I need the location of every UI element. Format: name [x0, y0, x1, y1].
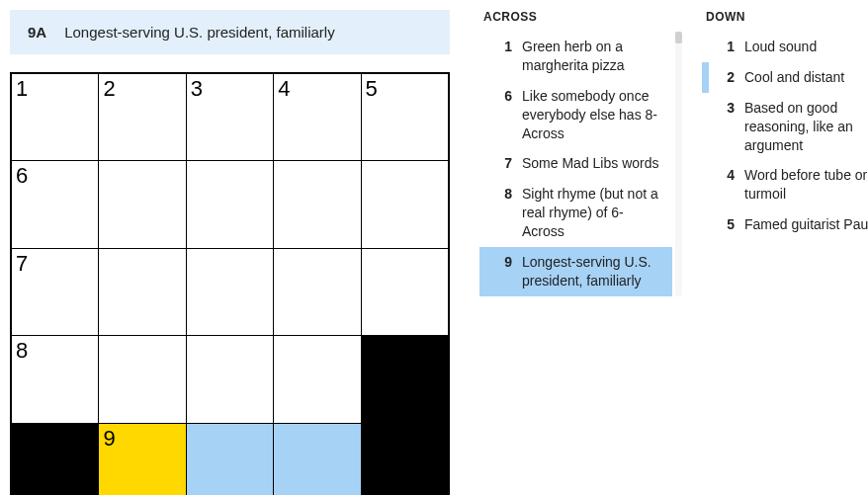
across-title: ACROSS [479, 10, 672, 24]
grid-cell[interactable] [99, 336, 185, 422]
clue-text: Like somebody once everybody else has 8-… [522, 87, 664, 143]
down-clue-1[interactable]: 1Loud sound [702, 32, 868, 62]
cell-number: 1 [16, 76, 28, 102]
clue-text: Longest-serving U.S. president, familiar… [522, 253, 664, 290]
grid-cell[interactable] [362, 249, 448, 335]
clue-number: 1 [721, 38, 735, 56]
cell-number: 6 [16, 163, 28, 189]
clue-text: Green herb on a margherita pizza [522, 38, 664, 75]
clue-text: Sight rhyme (but not a real rhyme) of 6-… [522, 185, 664, 241]
clue-number: 9 [498, 253, 512, 290]
grid-cell[interactable]: 3 [187, 74, 273, 160]
crossword-grid[interactable]: 123456789 [10, 72, 450, 495]
grid-cell[interactable] [274, 161, 360, 247]
clue-number: 1 [498, 38, 512, 75]
clue-number: 6 [498, 87, 512, 143]
across-clue-list: 1Green herb on a margherita pizza6Like s… [479, 32, 672, 296]
across-clue-8[interactable]: 8Sight rhyme (but not a real rhyme) of 6… [479, 179, 672, 247]
clue-number: 5 [721, 215, 735, 234]
grid-cell[interactable]: 6 [12, 161, 98, 247]
clue-number: 4 [721, 166, 735, 204]
grid-cell[interactable]: 5 [362, 74, 448, 160]
cell-number: 7 [16, 251, 28, 277]
current-clue-bar: 9A Longest-serving U.S. president, famil… [10, 10, 450, 54]
clue-text: Loud sound [744, 38, 868, 56]
clue-lists: ACROSS 1Green herb on a margherita pizza… [479, 10, 868, 296]
clue-text: Famed guitarist Paul [744, 215, 868, 234]
grid-cell[interactable] [362, 161, 448, 247]
grid-cell-black [362, 424, 448, 495]
cell-number: 4 [278, 76, 290, 102]
clue-text: Based on good reasoning, like an argumen… [744, 99, 868, 155]
across-clue-6[interactable]: 6Like somebody once everybody else has 8… [479, 81, 672, 149]
clue-number: 8 [498, 185, 512, 241]
left-panel: 9A Longest-serving U.S. president, famil… [10, 10, 450, 495]
scroll-track [675, 32, 682, 296]
down-clue-2[interactable]: 2Cool and distant [702, 62, 868, 93]
grid-cell[interactable] [187, 424, 273, 495]
current-clue-label: 9A [28, 24, 46, 41]
clue-text: Cool and distant [744, 68, 868, 87]
grid-cell[interactable]: 1 [12, 74, 98, 160]
cell-number: 9 [103, 426, 115, 452]
grid-cell[interactable] [99, 161, 185, 247]
grid-cell[interactable] [274, 336, 360, 422]
grid-cell[interactable]: 2 [99, 74, 185, 160]
down-column: DOWN 1Loud sound2Cool and distant3Based … [702, 10, 868, 296]
scroll-thumb[interactable] [675, 32, 682, 43]
across-clue-1[interactable]: 1Green herb on a margherita pizza [479, 32, 672, 81]
cell-number: 3 [191, 76, 203, 102]
across-clue-7[interactable]: 7Some Mad Libs words [479, 148, 672, 179]
grid-cell[interactable]: 7 [12, 249, 98, 335]
grid-cell[interactable] [274, 249, 360, 335]
down-clue-list: 1Loud sound2Cool and distant3Based on go… [702, 32, 868, 240]
down-clue-4[interactable]: 4Word before tube or turmoil [702, 160, 868, 209]
grid-cell-black [362, 336, 448, 422]
grid-cell-black [12, 424, 98, 495]
down-title: DOWN [702, 10, 868, 24]
clue-number: 3 [721, 99, 735, 155]
across-clue-9[interactable]: 9Longest-serving U.S. president, familia… [479, 247, 672, 296]
clue-text: Some Mad Libs words [522, 154, 664, 173]
grid-cell[interactable] [187, 249, 273, 335]
cell-number: 8 [16, 338, 28, 364]
cell-number: 2 [103, 76, 115, 102]
clue-number: 7 [498, 154, 512, 173]
grid-cell[interactable] [99, 249, 185, 335]
grid-cell[interactable] [187, 161, 273, 247]
grid-cell[interactable] [187, 336, 273, 422]
current-clue-text: Longest-serving U.S. president, familiar… [64, 24, 334, 41]
across-column: ACROSS 1Green herb on a margherita pizza… [479, 10, 672, 296]
down-clue-3[interactable]: 3Based on good reasoning, like an argume… [702, 93, 868, 161]
cell-number: 5 [366, 76, 378, 102]
grid-cell[interactable]: 9 [99, 424, 185, 495]
app-root: 9A Longest-serving U.S. president, famil… [10, 10, 858, 495]
down-clue-5[interactable]: 5Famed guitarist Paul [702, 209, 868, 240]
clue-number: 2 [721, 68, 735, 87]
grid-cell[interactable]: 8 [12, 336, 98, 422]
grid-cell[interactable] [274, 424, 360, 495]
grid-cell[interactable]: 4 [274, 74, 360, 160]
clue-text: Word before tube or turmoil [744, 166, 868, 204]
